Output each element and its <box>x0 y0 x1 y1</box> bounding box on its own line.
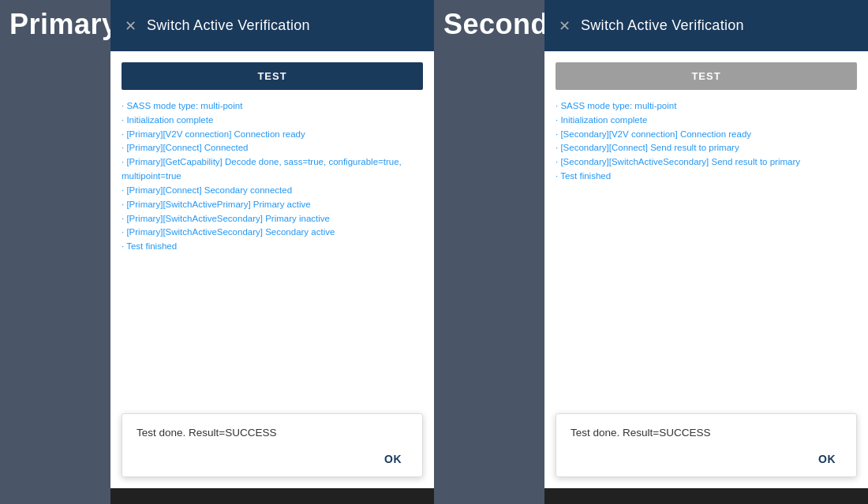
secondary-close-icon[interactable]: ✕ <box>556 17 573 35</box>
primary-bottom-bar <box>110 488 434 504</box>
log-line: · SASS mode type: multi-point <box>556 99 857 114</box>
primary-panel: Primary ✕ Switch Active Verification TES… <box>0 0 434 504</box>
primary-close-icon[interactable]: ✕ <box>122 17 139 35</box>
secondary-header: ✕ Switch Active Verification <box>544 0 868 51</box>
log-line: · Initialization complete <box>556 114 857 128</box>
log-line: · [Primary][GetCapability] Decode done, … <box>122 155 423 184</box>
log-line: · SASS mode type: multi-point <box>122 99 423 114</box>
primary-header: ✕ Switch Active Verification <box>110 0 434 51</box>
secondary-screen: ✕ Switch Active Verification TEST · SASS… <box>544 0 868 504</box>
log-line: · [Primary][Connect] Connected <box>122 141 423 155</box>
log-line: · [Primary][SwitchActivePrimary] Primary… <box>122 198 423 212</box>
log-line: · [Primary][SwitchActiveSecondary] Prima… <box>122 212 423 226</box>
secondary-ok-button[interactable]: OK <box>812 450 842 469</box>
secondary-log-area: · SASS mode type: multi-point· Initializ… <box>556 99 857 401</box>
log-line: · Initialization complete <box>122 114 423 128</box>
log-line: · [Primary][SwitchActiveSecondary] Secon… <box>122 226 423 240</box>
log-line: · [Secondary][V2V connection] Connection… <box>556 128 857 142</box>
log-line: · Test finished <box>122 240 423 254</box>
log-line: · Test finished <box>556 170 857 184</box>
secondary-bottom-bar <box>544 488 868 504</box>
primary-test-button[interactable]: TEST <box>122 62 423 90</box>
primary-dialog-message: Test done. Result=SUCCESS <box>137 427 408 439</box>
log-line: · [Secondary][Connect] Send result to pr… <box>556 141 857 155</box>
primary-log-area: · SASS mode type: multi-point· Initializ… <box>122 99 423 401</box>
primary-label: Primary <box>9 8 118 41</box>
secondary-screen-content: TEST · SASS mode type: multi-point· Init… <box>544 51 868 488</box>
secondary-label-area: Secondary <box>434 0 544 504</box>
primary-screen-content: TEST · SASS mode type: multi-point· Init… <box>110 51 434 488</box>
log-line: · [Primary][Connect] Secondary connected <box>122 184 423 198</box>
secondary-test-button: TEST <box>556 62 857 90</box>
secondary-header-title: Switch Active Verification <box>581 17 744 34</box>
log-line: · [Primary][V2V connection] Connection r… <box>122 128 423 142</box>
primary-header-title: Switch Active Verification <box>147 17 310 34</box>
secondary-panel: Secondary ✕ Switch Active Verification T… <box>434 0 868 504</box>
primary-ok-button[interactable]: OK <box>378 450 408 469</box>
primary-screen: ✕ Switch Active Verification TEST · SASS… <box>110 0 434 504</box>
secondary-dialog-actions: OK <box>571 450 842 469</box>
primary-dialog-actions: OK <box>137 450 408 469</box>
secondary-dialog-message: Test done. Result=SUCCESS <box>571 427 842 439</box>
primary-dialog: Test done. Result=SUCCESS OK <box>122 413 423 477</box>
secondary-dialog: Test done. Result=SUCCESS OK <box>556 413 857 477</box>
primary-label-area: Primary <box>0 0 110 504</box>
log-line: · [Secondary][SwitchActiveSecondary] Sen… <box>556 155 857 170</box>
